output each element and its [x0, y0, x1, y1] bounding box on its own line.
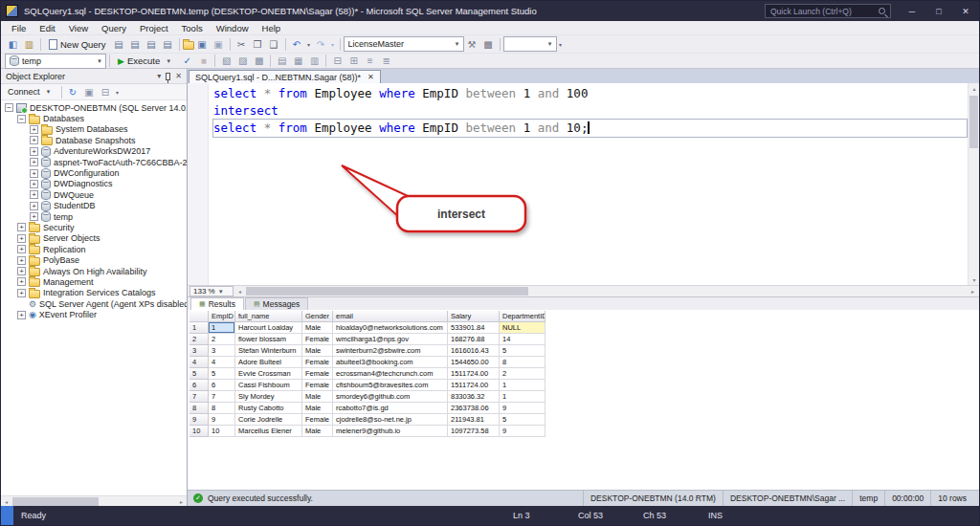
cell[interactable]: 1511724.00	[448, 368, 500, 380]
tab-messages[interactable]: ▤Messages	[245, 297, 308, 310]
row-number[interactable]: 6	[189, 380, 209, 391]
cell[interactable]: wmcilharga1@nps.gov	[333, 334, 448, 345]
column-header-full-name[interactable]: full_name	[235, 311, 302, 322]
expander-icon[interactable]: +	[17, 256, 26, 265]
editor-vscrollbar[interactable]: ▴ ▾	[968, 83, 979, 285]
cell[interactable]: 1511724.00	[448, 380, 500, 391]
save-all-icon[interactable]: ▣	[211, 37, 227, 52]
expander-icon[interactable]: +	[30, 147, 38, 156]
cell[interactable]: Male	[302, 426, 333, 437]
pin-icon[interactable]	[166, 73, 170, 80]
cell[interactable]: 14	[500, 334, 546, 345]
expander-icon[interactable]: +	[30, 202, 38, 210]
cell[interactable]: 533901.84	[448, 322, 500, 334]
cell[interactable]: 2	[500, 368, 546, 380]
column-header-gender[interactable]: Gender	[302, 311, 333, 322]
quick-launch-input[interactable]: Quick Launch (Ctrl+Q)	[765, 4, 891, 18]
editor-hscrollbar[interactable]: ◂ ▸	[234, 286, 978, 296]
cell[interactable]: 10	[209, 426, 235, 437]
cell[interactable]: abulteel3@booking.com	[333, 357, 448, 368]
menu-edit[interactable]: Edit	[33, 23, 61, 33]
row-number[interactable]: 8	[189, 403, 209, 414]
cell[interactable]: 6	[209, 380, 235, 391]
object-explorer-hscrollbar[interactable]: ◂ ▸	[1, 495, 187, 506]
close-tab-icon[interactable]: ✕	[368, 73, 374, 81]
row-number[interactable]: 5	[189, 368, 209, 380]
uncomment-icon[interactable]: ⊞	[345, 54, 362, 68]
tree-item-sql-server-agent-agent-xps-disab[interactable]: ⚙SQL Server Agent (Agent XPs disabled)	[1, 298, 187, 309]
expander-icon[interactable]: +	[17, 245, 26, 253]
tab-results[interactable]: ▦Results	[190, 297, 244, 310]
document-tab[interactable]: SQLQuery1.sql - D...NEBTMN.Sagar (58))* …	[189, 70, 381, 83]
new-query-button[interactable]: New Query	[44, 36, 111, 52]
cell[interactable]: cfishboum5@bravesites.com	[333, 380, 448, 391]
toolbar-overflow-icon[interactable]: ▾	[557, 37, 565, 52]
cell[interactable]: 5	[209, 368, 235, 380]
filter-combo[interactable]: ▾	[503, 36, 557, 52]
cell[interactable]: Female	[302, 334, 333, 345]
cell[interactable]: swinterburn2@sbwire.com	[333, 345, 448, 357]
tree-item-management[interactable]: +Management	[1, 276, 187, 287]
decrease-indent-icon[interactable]: ≡	[362, 54, 378, 68]
cell[interactable]: Rusty Cabotto	[235, 403, 302, 414]
expander-icon[interactable]: +	[30, 136, 38, 144]
code-editor[interactable]: select * from Employee where EmpID betwe…	[188, 83, 979, 285]
cell[interactable]: Female	[302, 368, 333, 380]
cell[interactable]: ecrossman4@techcrunch.com	[333, 368, 448, 380]
tree-item-dwconfiguration[interactable]: +DWConfiguration	[1, 167, 187, 178]
cell[interactable]: 1097273.58	[448, 426, 500, 437]
tree-item-databases[interactable]: −Databases	[1, 113, 187, 123]
row-number[interactable]: 10	[189, 426, 209, 437]
row-number[interactable]: 7	[189, 391, 209, 403]
tree-item-adventureworksdw2017[interactable]: +AdventureWorksDW2017	[1, 146, 187, 157]
cell[interactable]: 2363738.06	[448, 403, 500, 414]
minimize-button[interactable]: ─	[899, 1, 925, 21]
tree-item-security[interactable]: +Security	[1, 222, 187, 232]
row-number[interactable]: 2	[189, 334, 209, 345]
tree-item-xevent-profiler[interactable]: +◉XEvent Profiler	[1, 309, 187, 319]
tree-item-server-objects[interactable]: +Server Objects	[1, 233, 187, 244]
cell[interactable]: 833036.32	[448, 391, 500, 403]
menu-file[interactable]: File	[5, 23, 33, 33]
redo-history-icon[interactable]: ▾	[329, 37, 337, 52]
client-statistics-icon[interactable]: ▩	[251, 54, 267, 68]
cell[interactable]: Adore Bulteel	[235, 357, 302, 368]
menu-query[interactable]: Query	[95, 23, 133, 33]
expander-icon[interactable]: +	[30, 180, 38, 188]
zoom-level-select[interactable]: 133 % ▾	[189, 286, 234, 296]
code-line[interactable]: select * from Employee where EmpID betwe…	[213, 85, 967, 102]
undo-icon[interactable]: ↶	[289, 37, 305, 52]
cell[interactable]: Male	[302, 403, 333, 414]
close-panel-icon[interactable]: ✕	[175, 72, 182, 80]
cell[interactable]: 8	[209, 403, 235, 414]
cell[interactable]: Female	[302, 357, 333, 368]
cell[interactable]: hloalday0@networksolutions.com	[333, 322, 448, 334]
cell[interactable]: 8	[500, 357, 546, 368]
scroll-right-icon[interactable]: ▸	[968, 286, 978, 296]
cell[interactable]: 1616016.43	[448, 345, 500, 357]
cell[interactable]: 9	[500, 403, 546, 414]
cell[interactable]: 211943.81	[448, 414, 500, 426]
cell[interactable]: 2	[209, 334, 235, 345]
save-icon[interactable]: ▣	[194, 37, 211, 52]
expander-icon[interactable]: +	[30, 125, 38, 134]
properties-icon[interactable]: ▩	[480, 37, 497, 52]
copy-icon[interactable]: ❐	[250, 37, 266, 52]
tree-item-temp[interactable]: +temp	[1, 211, 187, 222]
xmla-query-icon[interactable]: ▤	[160, 37, 176, 52]
expander-icon[interactable]: +	[17, 223, 26, 231]
menu-window[interactable]: Window	[210, 23, 256, 33]
column-header-email[interactable]: email	[333, 311, 448, 322]
row-number[interactable]: 4	[189, 357, 209, 368]
scrollbar-thumb[interactable]	[12, 497, 99, 506]
expander-icon[interactable]: −	[17, 115, 26, 123]
scrollbar-thumb[interactable]	[969, 96, 978, 148]
parse-query-icon[interactable]: ✓	[179, 54, 195, 68]
cut-icon[interactable]: ✂	[234, 37, 250, 52]
cell[interactable]: Male	[302, 391, 333, 403]
comment-icon[interactable]: ⊟	[329, 54, 345, 68]
available-databases-combo[interactable]: temp▾	[5, 54, 106, 69]
cell[interactable]: 3	[209, 345, 235, 357]
undo-history-icon[interactable]: ▾	[305, 37, 313, 52]
refresh-icon[interactable]: ↻	[65, 85, 81, 99]
